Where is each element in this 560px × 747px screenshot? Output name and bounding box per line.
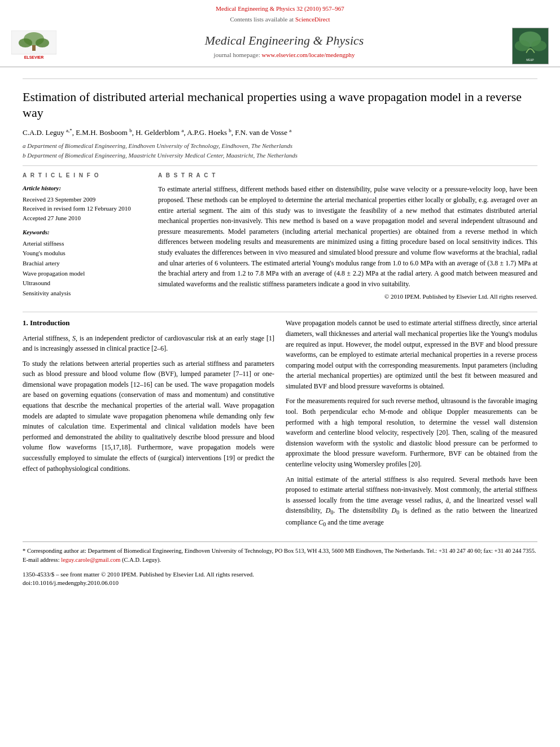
accepted-date: Accepted 27 June 2010 [23,213,147,223]
footer-bottom: 1350-4533/$ – see front matter © 2010 IP… [23,570,537,588]
keyword-1: Arterial stiffness [23,239,147,249]
journal-thumbnail: ME&P [512,28,549,64]
page: Medical Engineering & Physics 32 (2010) … [0,0,560,747]
article-title: Estimation of distributed arterial mecha… [23,89,537,121]
journal-title-bar: ELSEVIER Medical Engineering & Physics j… [11,28,549,64]
section1-title: Introduction [30,318,70,327]
affiliation-b: b Department of Biomedical Engineering, … [23,151,537,160]
main-content: 1. Introduction Arterial stiffness, S, i… [23,318,537,534]
journal-homepage: journal homepage: www.elsevier.com/locat… [68,51,501,59]
history-heading: Article history: [23,184,147,193]
issn-line: 1350-4533/$ – see front matter © 2010 IP… [23,570,537,579]
article-history: Article history: Received 23 September 2… [23,184,147,222]
svg-rect-4 [32,45,36,51]
keywords-section: Keywords: Arterial stiffness Young's mod… [23,228,147,298]
email-note: E-mail address: leguy.carole@gmail.com (… [23,556,537,565]
article-info-abstract: A R T I C L E I N F O Article history: R… [23,172,537,304]
homepage-label: journal homepage: [214,51,260,58]
affiliations: a Department of Biomedical Engineering, … [23,141,537,160]
abstract-text: To estimate arterial stiffness, differen… [158,184,537,289]
keyword-4: Wave propagation model [23,269,147,279]
authors-divider [23,165,537,166]
article-info-col: A R T I C L E I N F O Article history: R… [23,172,147,304]
contents-text: Contents lists available at [230,16,294,23]
email-link[interactable]: leguy.carole@gmail.com [61,557,120,563]
intro-para4: For the measurements required for such r… [286,396,537,469]
journal-title-center: Medical Engineering & Physics journal ho… [68,32,501,60]
journal-header: Medical Engineering & Physics 32 (2010) … [0,0,560,67]
authors: C.A.D. Leguy a,*, E.M.H. Bosboom b, H. G… [23,127,537,138]
doi-line: doi:10.1016/j.medengphy.2010.06.010 [23,579,537,587]
email-label: E-mail address: [23,557,60,563]
article-body: Estimation of distributed arterial mecha… [0,67,560,599]
svg-text:ME&P: ME&P [526,59,534,62]
section1-number: 1. [23,318,30,327]
email-suffix: (C.A.D. Leguy). [122,557,161,563]
journal-ref: Medical Engineering & Physics 32 (2010) … [11,5,549,13]
copyright: © 2010 IPEM. Published by Elsevier Ltd. … [158,292,537,301]
intro-para1: Arterial stiffness, S, is an independent… [23,333,274,354]
abstract-label: A B S T R A C T [158,172,537,180]
header-divider [23,78,537,79]
sciencedirect-link[interactable]: ScienceDirect [295,16,330,23]
corresponding-note: * Corresponding author at: Department of… [23,547,537,556]
journal-main-title: Medical Engineering & Physics [68,32,501,50]
svg-point-9 [531,40,546,51]
intro-para5: An initial estimate of the arterial stif… [286,474,537,530]
affiliation-a: a Department of Biomedical Engineering, … [23,141,537,151]
keyword-6: Sensitivity analysis [23,289,147,299]
elsevier-logo: ELSEVIER [11,30,56,62]
section1-heading: 1. Introduction [23,318,274,328]
svg-text:ELSEVIER: ELSEVIER [24,55,44,59]
intro-para2: To study the relations between arterial … [23,359,274,474]
keyword-2: Young's modulus [23,248,147,259]
homepage-link[interactable]: www.elsevier.com/locate/medengphy [262,51,355,58]
abstract-divider [23,312,537,312]
keywords-heading: Keywords: [23,228,147,237]
contents-line: Contents lists available at ScienceDirec… [11,15,549,24]
revised-date: Received in revised form 12 February 201… [23,204,147,213]
svg-point-2 [19,38,32,47]
main-right-col: Wave propagation models cannot be used t… [286,318,537,534]
article-info-label: A R T I C L E I N F O [23,172,147,180]
keyword-5: Ultrasound [23,278,147,289]
svg-point-3 [36,38,49,47]
intro-para3: Wave propagation models cannot be used t… [286,318,537,391]
received-date: Received 23 September 2009 [23,195,147,204]
main-left-col: 1. Introduction Arterial stiffness, S, i… [23,318,274,534]
keyword-3: Brachial artery [23,259,147,269]
abstract-col: A B S T R A C T To estimate arterial sti… [158,172,537,304]
footer-section: * Corresponding author at: Department of… [23,541,537,587]
